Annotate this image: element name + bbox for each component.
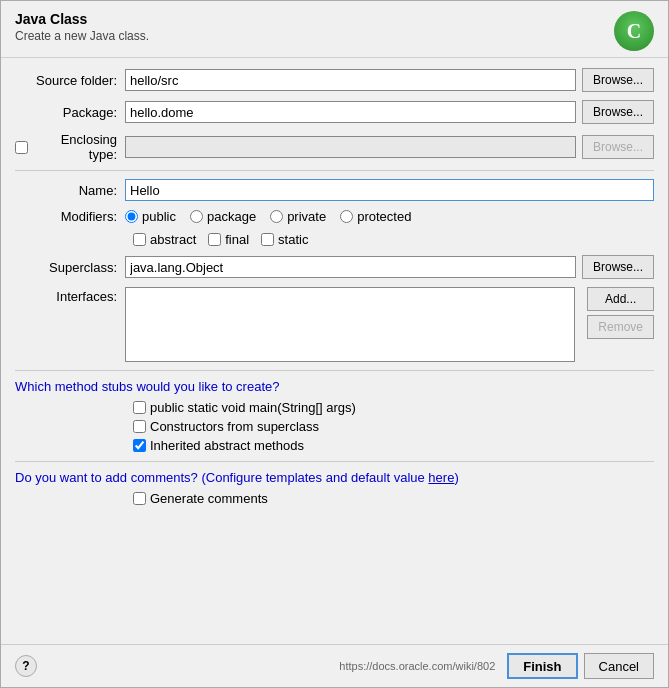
modifier-private-radio[interactable] (270, 210, 283, 223)
superclass-browse-button[interactable]: Browse... (582, 255, 654, 279)
method-inherited-label[interactable]: Inherited abstract methods (133, 438, 654, 453)
modifier-public-text: public (142, 209, 176, 224)
divider-3 (15, 461, 654, 462)
method-inherited-text: Inherited abstract methods (150, 438, 304, 453)
finish-button[interactable]: Finish (507, 653, 577, 679)
package-row: Package: Browse... (15, 100, 654, 124)
comments-title: Do you want to add comments? (Configure … (15, 470, 654, 485)
enclosing-type-browse-button[interactable]: Browse... (582, 135, 654, 159)
modifiers-control: public package private protected (125, 209, 654, 224)
modifiers-label: Modifiers: (15, 209, 125, 224)
modifier-protected-label[interactable]: protected (340, 209, 411, 224)
package-browse-button[interactable]: Browse... (582, 100, 654, 124)
superclass-input[interactable] (125, 256, 576, 278)
modifier-package-radio[interactable] (190, 210, 203, 223)
source-folder-input[interactable] (125, 69, 576, 91)
modifier-final-label[interactable]: final (208, 232, 249, 247)
modifier-package-label[interactable]: package (190, 209, 256, 224)
interfaces-row: Interfaces: Add... Remove (15, 287, 654, 362)
modifiers-row2: abstract final static (133, 232, 654, 247)
method-main-checkbox[interactable] (133, 401, 146, 414)
modifier-protected-radio[interactable] (340, 210, 353, 223)
java-icon: C (614, 11, 654, 51)
modifiers-radio-group: public package private protected (125, 209, 411, 224)
method-stubs-title: Which method stubs would you like to cre… (15, 379, 654, 394)
modifier-abstract-checkbox[interactable] (133, 233, 146, 246)
java-class-dialog: Java Class Create a new Java class. C So… (0, 0, 669, 688)
modifiers-row: Modifiers: public package private (15, 209, 654, 224)
name-label: Name: (15, 183, 125, 198)
method-inherited-checkbox[interactable] (133, 439, 146, 452)
comments-section: Do you want to add comments? (Configure … (15, 470, 654, 506)
method-constructor-text: Constructors from superclass (150, 419, 319, 434)
enclosing-type-input[interactable] (125, 136, 576, 158)
source-folder-control: Browse... (125, 68, 654, 92)
comments-title-prefix: Do you want to add comments? (Configure … (15, 470, 428, 485)
superclass-row: Superclass: Browse... (15, 255, 654, 279)
modifier-private-label[interactable]: private (270, 209, 326, 224)
modifier-final-text: final (225, 232, 249, 247)
url-hint: https://docs.oracle.com/wiki/802 (258, 660, 501, 672)
enclosing-type-label-wrapper: Enclosing type: (15, 132, 125, 162)
generate-comment-text: Generate comments (150, 491, 268, 506)
modifier-public-label[interactable]: public (125, 209, 176, 224)
modifier-abstract-label[interactable]: abstract (133, 232, 196, 247)
modifier-static-text: static (278, 232, 308, 247)
interfaces-buttons: Add... Remove (581, 287, 654, 339)
superclass-label: Superclass: (15, 260, 125, 275)
method-main-text: public static void main(String[] args) (150, 400, 356, 415)
package-control: Browse... (125, 100, 654, 124)
help-button[interactable]: ? (15, 655, 37, 677)
method-constructor-checkbox[interactable] (133, 420, 146, 433)
enclosing-type-checkbox-label[interactable]: Enclosing type: (15, 132, 117, 162)
interfaces-label: Interfaces: (15, 287, 125, 304)
source-folder-browse-button[interactable]: Browse... (582, 68, 654, 92)
source-folder-label: Source folder: (15, 73, 125, 88)
dialog-header: Java Class Create a new Java class. C (1, 1, 668, 58)
name-input[interactable] (125, 179, 654, 201)
generate-comment-wrapper: Generate comments (133, 491, 654, 506)
method-stubs-section: public static void main(String[] args) C… (133, 400, 654, 453)
source-folder-row: Source folder: Browse... (15, 68, 654, 92)
modifier-abstract-text: abstract (150, 232, 196, 247)
method-main-label[interactable]: public static void main(String[] args) (133, 400, 654, 415)
enclosing-type-checkbox[interactable] (15, 141, 28, 154)
interfaces-control: Add... Remove (125, 287, 654, 362)
interfaces-remove-button[interactable]: Remove (587, 315, 654, 339)
modifier-public-radio[interactable] (125, 210, 138, 223)
java-icon-letter: C (627, 20, 641, 43)
modifier-static-checkbox[interactable] (261, 233, 274, 246)
superclass-control: Browse... (125, 255, 654, 279)
enclosing-type-control: Browse... (125, 135, 654, 159)
dialog-body: Source folder: Browse... Package: Browse… (1, 58, 668, 644)
name-row: Name: (15, 179, 654, 201)
enclosing-type-label: Enclosing type: (32, 132, 117, 162)
comments-link[interactable]: here (428, 470, 454, 485)
generate-comment-checkbox[interactable] (133, 492, 146, 505)
dialog-footer: ? https://docs.oracle.com/wiki/802 Finis… (1, 644, 668, 687)
modifier-package-text: package (207, 209, 256, 224)
package-input[interactable] (125, 101, 576, 123)
method-constructor-label[interactable]: Constructors from superclass (133, 419, 654, 434)
dialog-subtitle: Create a new Java class. (15, 29, 149, 43)
modifier-static-label[interactable]: static (261, 232, 308, 247)
modifier-protected-text: protected (357, 209, 411, 224)
dialog-title: Java Class (15, 11, 149, 27)
interfaces-add-button[interactable]: Add... (587, 287, 654, 311)
enclosing-type-row: Enclosing type: Browse... (15, 132, 654, 162)
divider-1 (15, 170, 654, 171)
interfaces-textarea[interactable] (125, 287, 575, 362)
footer-left: ? (15, 655, 252, 677)
header-text: Java Class Create a new Java class. (15, 11, 149, 43)
modifier-private-text: private (287, 209, 326, 224)
generate-comment-label[interactable]: Generate comments (133, 491, 654, 506)
package-label: Package: (15, 105, 125, 120)
cancel-button[interactable]: Cancel (584, 653, 654, 679)
divider-2 (15, 370, 654, 371)
comments-title-suffix: ) (454, 470, 458, 485)
name-control (125, 179, 654, 201)
modifier-final-checkbox[interactable] (208, 233, 221, 246)
